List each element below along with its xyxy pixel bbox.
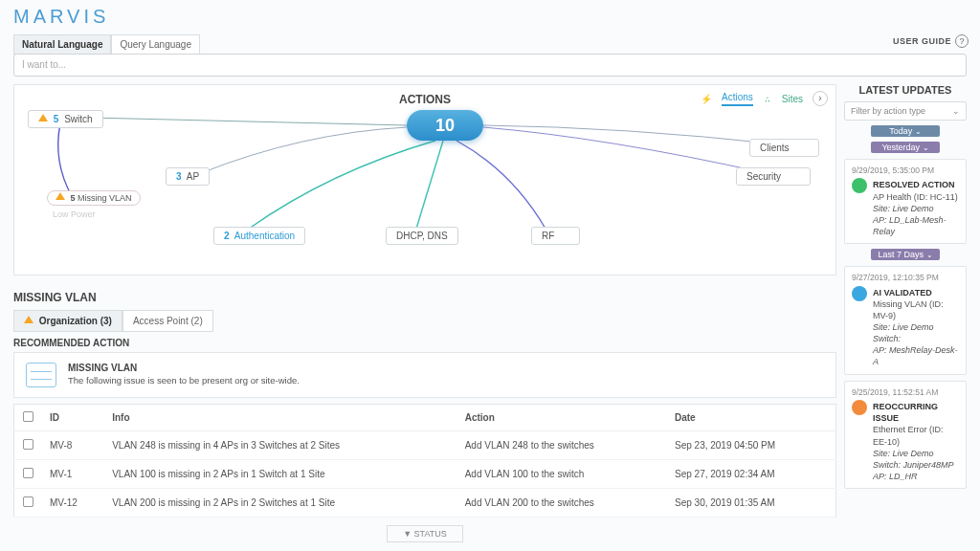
update-timestamp: 9/29/2019, 5:35:00 PM <box>852 165 959 176</box>
cell-info: VLAN 100 is missing in 2 APs in 1 Switch… <box>104 460 457 489</box>
sub-low-power[interactable]: Low Power <box>53 209 141 219</box>
node-authentication[interactable]: 2 Authentication <box>213 227 305 245</box>
col-action[interactable]: Action <box>457 405 667 431</box>
update-card[interactable]: 9/25/2019, 11:52:51 AM REOCCURRING ISSUE… <box>844 381 967 489</box>
node-ap-label: AP <box>187 171 199 182</box>
tab-organization-label: Organization (3) <box>39 316 112 326</box>
cell-action: Add VLAN 100 to the switch <box>457 460 667 489</box>
node-auth-count: 2 <box>224 231 230 241</box>
node-rf[interactable]: RF <box>531 227 580 245</box>
node-auth-label: Authentication <box>234 231 295 241</box>
tab-access-point[interactable]: Access Point (2) <box>122 310 213 332</box>
update-line: AP: LD_HR <box>873 471 959 482</box>
update-line: Missing VLAN (ID: MV-9) <box>873 298 959 321</box>
row-checkbox[interactable] <box>23 439 33 450</box>
sub-mv-label: Missing VLAN <box>78 193 132 203</box>
tab-organization[interactable]: Organization (3) <box>13 310 122 332</box>
chevron-down-icon: ⌄ <box>915 127 922 136</box>
actions-hub[interactable]: 10 <box>407 110 483 141</box>
update-line: AP: LD_Lab-Mesh-Relay <box>873 214 959 237</box>
main-column: ACTIONS ⚡ Actions ⛬ Sites › 10 <box>13 84 836 540</box>
missing-vlan-tabs: Organization (3) Access Point (2) <box>13 310 836 332</box>
sub-mv-count: 5 <box>71 193 76 203</box>
warning-icon <box>24 316 33 323</box>
chevron-down-icon: ⌄ <box>952 106 960 116</box>
tab-natural-language[interactable]: Natural Language <box>13 34 111 55</box>
col-id[interactable]: ID <box>42 405 104 431</box>
node-dhcp-dns[interactable]: DHCP, DNS <box>386 227 458 245</box>
tag-last-7-days[interactable]: Last 7 Days ⌄ <box>871 249 940 260</box>
node-clients[interactable]: Clients <box>749 139 819 157</box>
issues-table: ID Info Action Date MV-8 VLAN 248 is mis… <box>13 404 836 518</box>
col-date[interactable]: Date <box>667 405 836 431</box>
section-title-missing-vlan: MISSING VLAN <box>13 291 836 304</box>
sub-missing-vlan[interactable]: 5 Missing VLAN <box>47 190 141 206</box>
node-security[interactable]: Security <box>736 167 811 186</box>
brand-logo: MARVIS <box>13 6 109 28</box>
table-row[interactable]: MV-8 VLAN 248 is missing in 4 APs in 3 S… <box>14 431 836 460</box>
update-heading: AI VALIDATED <box>873 287 959 298</box>
status-button[interactable]: ▼ STATUS <box>387 525 463 542</box>
language-tabs: Natural Language Query Language <box>13 34 200 55</box>
tag-yesterday[interactable]: Yesterday ⌄ <box>871 142 940 153</box>
cell-action: Add VLAN 248 to the switches <box>457 431 667 460</box>
node-switch[interactable]: 5 Switch <box>28 110 103 128</box>
update-line: Site: Live Demo <box>873 321 959 333</box>
resolved-icon <box>852 178 867 193</box>
cell-date: Sep 27, 2019 02:34 AM <box>667 460 836 489</box>
tab-query-language[interactable]: Query Language <box>111 34 200 55</box>
cell-date: Sep 30, 2019 01:35 AM <box>667 489 836 518</box>
actions-canvas: ACTIONS ⚡ Actions ⛬ Sites › 10 <box>13 84 836 276</box>
col-checkbox[interactable] <box>14 405 43 431</box>
cell-date: Sep 23, 2019 04:50 PM <box>667 431 836 460</box>
update-line: AP: MeshRelay-Desk-A <box>873 344 959 367</box>
search-input[interactable]: I want to... <box>13 54 967 77</box>
node-ap[interactable]: 3 AP <box>166 167 210 186</box>
recommended-action-label: RECOMMENDED ACTION <box>13 338 836 348</box>
update-line: Ethernet Error (ID: EE-10) <box>873 424 959 447</box>
filter-action-type[interactable]: Filter by action type ⌄ <box>844 101 967 121</box>
update-card[interactable]: 9/27/2019, 12:10:35 PM AI VALIDATED Miss… <box>844 266 967 374</box>
switch-stack-icon <box>26 363 56 387</box>
filter-placeholder: Filter by action type <box>851 106 925 116</box>
warning-icon <box>38 114 48 121</box>
table-row[interactable]: MV-12 VLAN 200 is missing in 2 APs in 2 … <box>14 489 836 518</box>
update-line: AP Health (ID: HC-11) <box>873 191 959 203</box>
node-ap-count: 3 <box>176 171 182 182</box>
row-checkbox[interactable] <box>23 468 33 478</box>
node-switch-label: Switch <box>64 114 92 124</box>
update-line: Switch: Juniper48MP <box>873 459 959 471</box>
reoccurring-icon <box>852 400 867 415</box>
row-checkbox[interactable] <box>23 496 33 507</box>
user-guide-link[interactable]: USER GUIDE <box>893 36 951 46</box>
update-heading: RESOLVED ACTION <box>873 179 959 190</box>
update-line: Site: Live Demo <box>873 448 959 459</box>
cell-id: MV-12 <box>42 489 104 518</box>
switch-subitems: 5 Missing VLAN Low Power <box>47 190 141 219</box>
chevron-down-icon: ⌄ <box>926 251 933 259</box>
update-line: Switch: <box>873 333 959 344</box>
update-timestamp: 9/27/2019, 12:10:35 PM <box>852 273 959 283</box>
cell-id: MV-8 <box>42 431 104 460</box>
recommended-action-card: MISSING VLAN The following issue is seen… <box>13 352 836 398</box>
warning-icon <box>56 192 65 200</box>
tag-today[interactable]: Today ⌄ <box>871 125 940 137</box>
update-heading: REOCCURRING ISSUE <box>873 401 959 424</box>
update-timestamp: 9/25/2019, 11:52:51 AM <box>852 387 959 398</box>
ai-validated-icon <box>852 286 867 301</box>
cell-info: VLAN 248 is missing in 4 APs in 3 Switch… <box>104 431 457 460</box>
node-switch-count: 5 <box>54 114 59 124</box>
cell-id: MV-1 <box>42 460 104 489</box>
cell-action: Add VLAN 200 to the switches <box>457 489 667 518</box>
help-icon[interactable]: ? <box>955 34 969 48</box>
update-line: Site: Live Demo <box>873 203 959 214</box>
table-row[interactable]: MV-1 VLAN 100 is missing in 2 APs in 1 S… <box>14 460 836 489</box>
rec-card-subtitle: The following issue is seen to be presen… <box>68 375 300 386</box>
latest-updates-panel: LATEST UPDATES Filter by action type ⌄ T… <box>844 84 967 540</box>
update-card[interactable]: 9/29/2019, 5:35:00 PM RESOLVED ACTION AP… <box>844 159 967 244</box>
col-info[interactable]: Info <box>104 405 457 431</box>
cell-info: VLAN 200 is missing in 2 APs in 2 Switch… <box>104 489 457 518</box>
latest-updates-title: LATEST UPDATES <box>844 84 967 96</box>
chevron-down-icon: ⌄ <box>923 143 929 152</box>
rec-card-title: MISSING VLAN <box>68 363 300 373</box>
